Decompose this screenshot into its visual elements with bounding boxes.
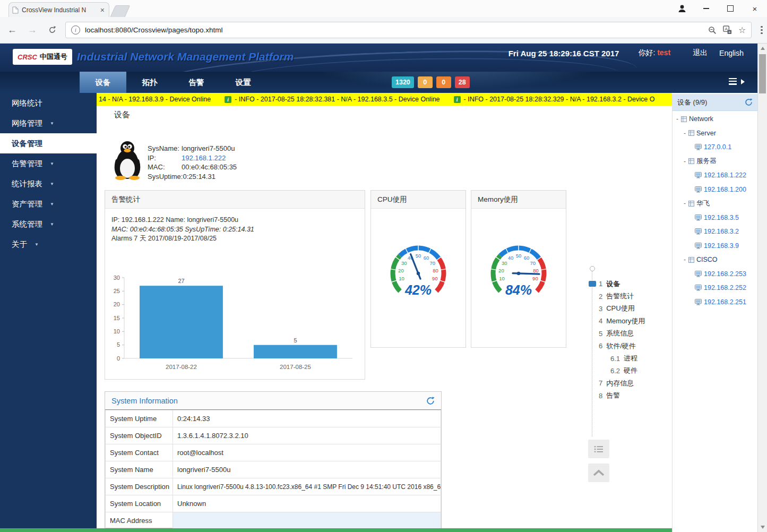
sidebar-item-about[interactable]: 关于▼	[0, 234, 97, 254]
nav-tab-devices[interactable]: 设备	[80, 72, 126, 93]
browser-menu-icon[interactable]	[756, 26, 767, 35]
outline-item-memory-info[interactable]: 7内存信息	[587, 377, 645, 389]
tree-node-device[interactable]: 192.168.1.200	[673, 183, 757, 197]
url-text[interactable]: localhost:8080/Crossview/pages/topo.xhtm…	[85, 26, 223, 34]
sidebar-item-asset-mgmt[interactable]: 资产管理▼	[0, 194, 97, 214]
language-link[interactable]: English	[719, 49, 744, 57]
badge-critical-count[interactable]: 28	[455, 76, 470, 88]
outline-item-alarms[interactable]: 8告警	[587, 390, 645, 402]
refresh-icon[interactable]	[745, 98, 753, 106]
tab-close-icon[interactable]: ×	[99, 6, 106, 14]
badge-minor-count[interactable]: 0	[436, 76, 451, 88]
table-row: MAC Address	[106, 512, 441, 529]
new-tab-button[interactable]	[110, 5, 131, 18]
device-icon	[695, 214, 702, 221]
sidebar-item-network-stats[interactable]: 网络统计	[0, 93, 97, 113]
translate-icon[interactable]: Aa	[723, 25, 732, 35]
sidebar-item-stats-report[interactable]: 统计报表▼	[0, 174, 97, 194]
outline-item-software-hardware[interactable]: 6软件/硬件	[587, 340, 645, 352]
tree-node-device[interactable]: 192.168.1.222	[673, 168, 757, 183]
collapse-icon[interactable]: -	[682, 158, 687, 165]
ip-link[interactable]: 192.168.1.222	[182, 154, 226, 162]
tree-node-device[interactable]: 192.168.3.2	[673, 225, 757, 239]
page-scrollbar[interactable]	[757, 44, 767, 532]
sidebar-item-network-mgmt[interactable]: 网络管理▼	[0, 113, 97, 133]
ticker-message-text: 14 - N/A - 192.168.3.9 - Device Online	[99, 96, 211, 103]
outline-item-process[interactable]: 6.1进程	[587, 352, 645, 364]
browser-tab[interactable]: CrossView Industrial N ×	[8, 2, 109, 17]
logout-link[interactable]: 退出	[693, 48, 708, 58]
forward-button[interactable]: →	[24, 22, 40, 38]
username-text: test	[657, 48, 670, 57]
system-info-table: System Uptime0:24:14.33 System ObjectID1…	[105, 410, 441, 529]
outline-marker	[587, 281, 599, 287]
nav-tab-settings[interactable]: 设置	[220, 72, 266, 93]
nav-tab-alarms[interactable]: 告警	[173, 72, 220, 93]
scroll-down-icon[interactable]	[761, 526, 765, 529]
bookmark-star-icon[interactable]: ☆	[738, 25, 746, 35]
cpu-usage-panel: CPU使用 10203040506070809042%	[370, 190, 466, 348]
system-info-header: System Information	[105, 392, 441, 410]
scroll-up-icon[interactable]	[761, 47, 765, 50]
badge-warning-count[interactable]: 0	[418, 76, 433, 88]
sidebar-item-alarm-mgmt[interactable]: 告警管理▼	[0, 153, 97, 174]
collapse-icon[interactable]: -	[675, 115, 680, 123]
sysname-label: SysName:	[148, 144, 182, 153]
tree-node-device[interactable]: 192.168.2.253	[673, 267, 757, 281]
outline-item-sysinfo[interactable]: 5系统信息	[587, 328, 645, 340]
chevron-down-icon: ▼	[50, 182, 54, 186]
collapse-icon[interactable]: -	[682, 200, 687, 207]
page-favicon-icon	[12, 6, 19, 14]
nav-tab-topology[interactable]: 拓扑	[126, 72, 173, 93]
badge-info-count[interactable]: 1320	[392, 76, 414, 88]
profile-icon[interactable]	[670, 4, 694, 13]
sidebar-item-system-mgmt[interactable]: 系统管理▼	[0, 214, 97, 234]
tree-node-device[interactable]: 192.168.3.5	[673, 211, 757, 225]
outline-item-device[interactable]: 1设备	[587, 278, 645, 290]
tree-node-group[interactable]: -Server	[673, 126, 757, 141]
reload-button[interactable]	[44, 22, 60, 38]
refresh-icon[interactable]	[426, 397, 435, 405]
zoom-icon[interactable]	[708, 26, 717, 35]
panel-toggle-icon[interactable]	[729, 78, 745, 87]
group-icon	[688, 158, 694, 164]
close-button[interactable]: ×	[743, 0, 767, 17]
minimize-button[interactable]	[694, 0, 718, 17]
outline-item-hardware[interactable]: 6.2硬件	[587, 365, 645, 377]
outline-list-button[interactable]	[588, 440, 609, 458]
tree-node-device[interactable]: 127.0.0.1	[673, 140, 757, 155]
outline-item-cpu[interactable]: 3CPU使用	[587, 303, 645, 315]
address-bar[interactable]: i localhost:8080/Crossview/pages/topo.xh…	[65, 22, 752, 38]
sidebar-item-device-mgmt[interactable]: 设备管理	[0, 133, 97, 153]
tree-node-device[interactable]: 192.168.3.9	[673, 239, 757, 253]
sysinfo-label: System Location	[106, 495, 173, 512]
tree-node-device[interactable]: 192.168.2.251	[673, 295, 757, 310]
collapse-icon[interactable]: -	[682, 256, 687, 263]
tree-node-group[interactable]: -服务器	[673, 155, 757, 169]
sysinfo-value	[173, 512, 441, 529]
page-info-icon[interactable]: i	[71, 25, 80, 35]
svg-text:50: 50	[516, 253, 522, 259]
back-to-top-button[interactable]	[588, 464, 609, 482]
sysname-value: longriveri7-5500u	[182, 144, 235, 152]
scrollbar-thumb[interactable]	[759, 54, 766, 93]
svg-text:a: a	[728, 30, 730, 33]
ticker-message: 14 - N/A - 192.168.3.9 - Device Online	[99, 96, 211, 103]
tree-node-group[interactable]: -Network	[673, 112, 757, 126]
tree-node-group[interactable]: -CISCO	[673, 253, 757, 267]
table-row: System LocationUnknown	[106, 495, 441, 512]
tree-node-group[interactable]: -华飞	[673, 196, 757, 211]
alarm-ticker[interactable]: 14 - N/A - 192.168.3.9 - Device Online i…	[97, 93, 672, 106]
cpu-panel-title: CPU使用	[371, 191, 466, 209]
tree-node-device[interactable]: 192.168.2.252	[673, 281, 757, 295]
svg-text:10: 10	[399, 276, 404, 281]
back-button[interactable]: ←	[4, 22, 20, 38]
info-icon: i	[225, 96, 231, 103]
sysinfo-label: System Uptime	[106, 410, 173, 427]
collapse-icon[interactable]: -	[682, 130, 687, 137]
maximize-button[interactable]	[718, 0, 743, 17]
outline-item-memory[interactable]: 4Memory使用	[587, 315, 645, 327]
outline-item-alarm-stats[interactable]: 2告警统计	[587, 290, 645, 302]
main-content: 设备 SysName:longriveri7-5500u IP:192.168.…	[97, 106, 672, 528]
device-tree-title: 设备 (9/9)	[677, 98, 707, 107]
